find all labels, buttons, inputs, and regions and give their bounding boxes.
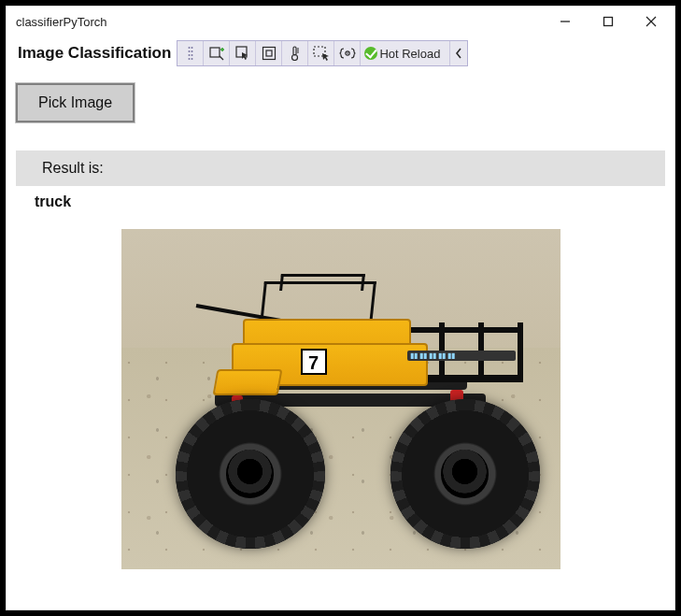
svg-point-26	[347, 52, 348, 54]
result-value: truck	[35, 193, 665, 210]
thermometer-icon[interactable]	[282, 41, 308, 65]
maximize-button[interactable]	[587, 7, 630, 36]
page-heading: Image Classification	[18, 44, 171, 63]
svg-point-7	[191, 50, 192, 52]
svg-point-11	[191, 58, 192, 60]
svg-point-10	[188, 58, 190, 60]
svg-rect-1	[604, 18, 613, 26]
svg-point-6	[188, 50, 190, 52]
frame-icon[interactable]	[256, 41, 282, 65]
select-region-icon[interactable]	[308, 41, 334, 65]
debug-toolbar: Hot Reload	[177, 40, 468, 66]
classified-image: 7 ▮▮ ▮▮ ▮▮ ▮▮ ▮▮	[121, 229, 560, 569]
toolbar-collapse-button[interactable]	[450, 41, 467, 65]
svg-rect-12	[210, 48, 220, 57]
title-bar: classifierPyTorch	[7, 7, 674, 36]
hot-reload-label: Hot Reload	[377, 47, 446, 61]
app-window: classifierPyTorch Image Classification	[6, 6, 675, 610]
svg-rect-17	[262, 48, 275, 60]
svg-rect-19	[293, 47, 296, 55]
svg-rect-18	[266, 50, 272, 56]
number-plate: 7	[301, 349, 327, 375]
check-circle-icon	[364, 47, 377, 60]
svg-point-5	[191, 47, 192, 49]
braces-target-icon[interactable]	[334, 41, 361, 65]
toolbar-grip[interactable]	[177, 41, 204, 65]
svg-point-8	[188, 54, 190, 56]
window-title: classifierPyTorch	[16, 15, 107, 29]
svg-line-13	[220, 56, 223, 60]
pick-image-button[interactable]: Pick Image	[16, 83, 135, 122]
inspect-cursor-icon[interactable]	[230, 41, 256, 65]
svg-point-4	[188, 47, 190, 49]
minimize-button[interactable]	[544, 7, 587, 36]
hot-reload-button[interactable]: Hot Reload	[361, 41, 450, 65]
close-button[interactable]	[630, 7, 673, 36]
result-label: Result is:	[16, 150, 665, 186]
add-view-icon[interactable]	[204, 41, 230, 65]
rear-tire	[390, 399, 540, 549]
svg-point-9	[191, 54, 192, 56]
front-tire	[176, 399, 325, 549]
